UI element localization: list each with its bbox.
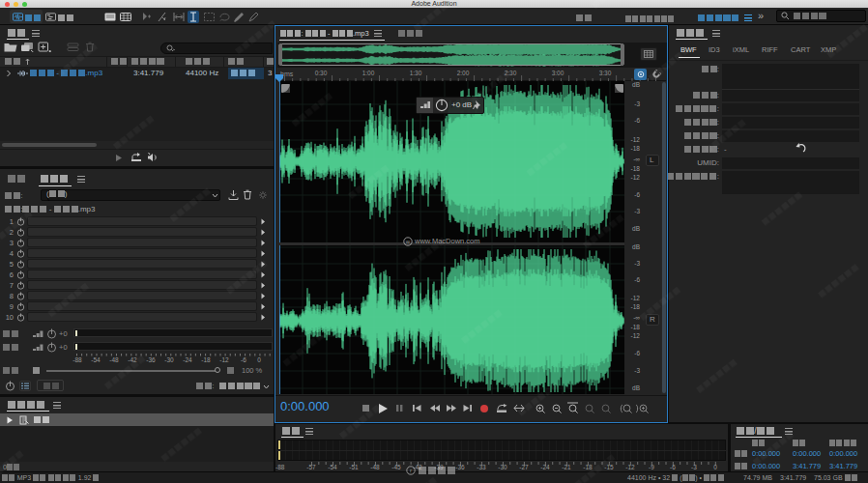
svg-text:r: r [410, 468, 412, 473]
